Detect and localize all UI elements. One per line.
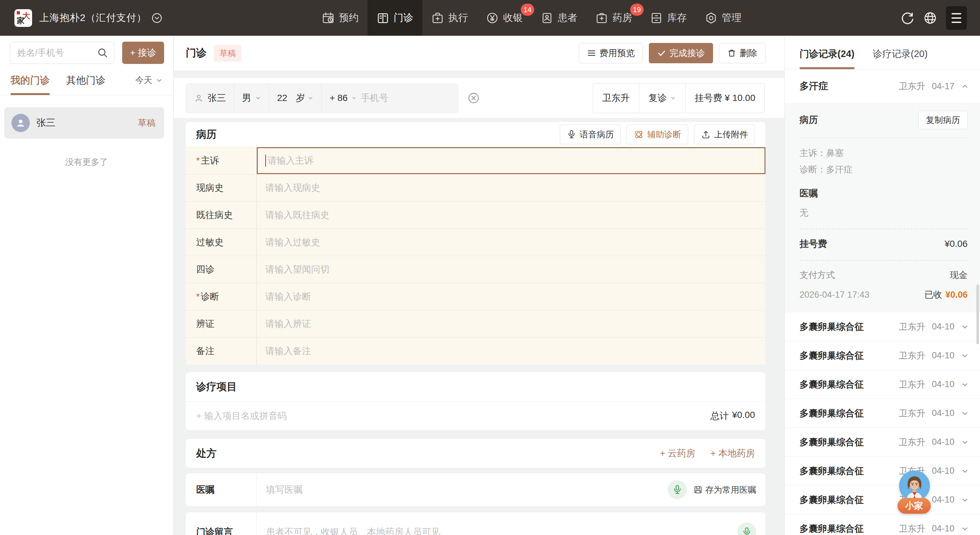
patient-name-field[interactable]: 张三 <box>186 84 234 113</box>
record-title: 多囊卵巢综合征 <box>800 378 864 391</box>
nav-item-label: 患者 <box>558 11 578 25</box>
save-common-advice-button[interactable]: 存为常用医嘱 <box>694 484 756 496</box>
nav-item[interactable]: 执行 <box>422 0 477 36</box>
person-icon <box>194 93 204 103</box>
assistant-avatar[interactable] <box>899 470 930 501</box>
form-row-input[interactable]: 请输入既往病史 <box>257 201 765 228</box>
search-input[interactable]: 姓名/手机号 <box>10 42 114 64</box>
nav-item[interactable]: 管理 <box>696 0 750 36</box>
logo-seal <box>17 11 20 14</box>
age-field[interactable]: 22 岁 <box>269 84 321 113</box>
tab-my-outpatient[interactable]: 我的门诊 <box>11 74 50 95</box>
dashed-divider <box>800 260 967 260</box>
assistant-label[interactable]: 小家 <box>897 498 931 514</box>
assistant-widget[interactable]: 小家 <box>897 470 932 514</box>
nav-item[interactable]: 收银 14 <box>477 0 531 36</box>
collapsed-record-row[interactable]: 多囊卵巢综合征 卫东升 04-10 <box>785 457 980 485</box>
form-row-input[interactable]: 请输入过敏史 <box>257 229 765 256</box>
record-doctor: 卫东升 <box>899 523 925 535</box>
visit-type-select[interactable]: 复诊 <box>640 84 686 113</box>
chevron-down-circle-icon[interactable] <box>151 13 162 24</box>
record-title: 多囊卵巢综合征 <box>800 350 864 362</box>
collapsed-record-row[interactable]: 多囊卵巢综合征 卫东升 04-10 <box>785 514 980 535</box>
form-row: * 主诉 请输入主诉 <box>186 147 765 174</box>
clear-patient-icon[interactable] <box>468 92 480 104</box>
check-icon <box>657 48 666 58</box>
nav-item-label: 门诊 <box>394 11 414 25</box>
voice-input-icon[interactable] <box>737 522 756 535</box>
tab-other-outpatient[interactable]: 其他门诊 <box>66 74 105 95</box>
nav-item[interactable]: 库存 <box>641 0 696 36</box>
app-logo: 大 家 <box>14 9 32 27</box>
menu-icon[interactable] <box>946 6 967 30</box>
upload-attachment-button[interactable]: 上传附件 <box>694 125 755 144</box>
form-row-label: 既往病史 <box>186 201 257 228</box>
record-chief-complaint: 主诉：鼻塞 <box>800 147 967 159</box>
add-cloud-pharmacy-link[interactable]: + 云药房 <box>660 447 695 460</box>
copy-record-button[interactable]: 复制病历 <box>918 111 967 129</box>
fee-preview-button[interactable]: 费用预览 <box>579 43 643 63</box>
globe-icon[interactable] <box>923 11 937 25</box>
record-title: 多囊卵巢综合征 <box>800 494 864 506</box>
nav-item[interactable]: 药房 19 <box>586 0 641 36</box>
pharmacy-icon <box>595 11 608 25</box>
expanded-record-body: 病历 复制病历 主诉：鼻塞 诊断：多汗症 医嘱 无 挂号费 ¥0.06 支付方式… <box>785 103 980 312</box>
form-row-input[interactable]: 请输入现病史 <box>257 174 765 201</box>
assist-diagnosis-button[interactable]: 辅助诊断 <box>627 125 688 144</box>
nav-item[interactable]: 患者 <box>531 0 586 36</box>
tab-outpatient-records[interactable]: 门诊记录(24) <box>800 48 854 69</box>
save-icon <box>694 485 703 494</box>
receive-patient-button[interactable]: + 接诊 <box>122 42 164 64</box>
collapsed-record-row[interactable]: 多囊卵巢综合征 卫东升 04-10 <box>785 485 980 514</box>
record-title: 多囊卵巢综合征 <box>800 321 864 333</box>
patient-name: 张三 <box>37 117 56 129</box>
nav-item[interactable]: 门诊 <box>368 0 422 36</box>
gender-select[interactable]: 男 <box>234 84 269 113</box>
complete-reception-button[interactable]: 完成接诊 <box>649 43 713 63</box>
collapsed-record-row[interactable]: 多囊卵巢综合征 卫东升 04-10 <box>785 399 980 428</box>
form-row-input[interactable]: 请输入主诉 <box>257 147 765 174</box>
voice-input-icon[interactable] <box>668 480 687 499</box>
add-local-pharmacy-link[interactable]: + 本地药房 <box>710 447 755 460</box>
collapsed-record-row[interactable]: 多囊卵巢综合征 卫东升 04-10 <box>785 341 980 370</box>
history-panel: 门诊记录(24) 诊疗记录(20) 多汗症 卫东升 04-17 病历 复制病历 … <box>784 36 980 535</box>
patient-list-item[interactable]: 张三 草稿 <box>4 107 164 139</box>
collapsed-record-row[interactable]: 多囊卵巢综合征 卫东升 04-10 <box>785 428 980 457</box>
received-amount: ¥0.06 <box>945 290 967 300</box>
form-row-label: 过敏史 <box>186 229 257 256</box>
search-icon[interactable] <box>97 47 108 58</box>
registration-fee-field[interactable]: 挂号费 ¥ 10.00 <box>686 84 764 113</box>
form-row: 现病史 请输入现病史 <box>186 174 765 201</box>
avatar <box>11 114 30 132</box>
form-row-input[interactable]: 请输入望闻问切 <box>257 256 765 283</box>
advice-input[interactable]: 填写医嘱 <box>257 473 668 506</box>
record-doctor: 卫东升 <box>899 350 925 362</box>
scrollbar-thumb[interactable] <box>977 284 979 344</box>
form-row-label: * 主诉 <box>186 147 257 174</box>
item-search-input[interactable]: + 输入项目名或拼音码 <box>196 410 286 422</box>
delete-button[interactable]: 删除 <box>719 43 765 63</box>
collapsed-record-row[interactable]: 多囊卵巢综合征 卫东升 04-10 <box>785 312 980 341</box>
form-row-input[interactable]: 请输入诊断 <box>257 283 765 310</box>
message-input[interactable]: 患者不可见，收银人员、本地药房人员可见 <box>257 513 737 535</box>
expanded-record-header[interactable]: 多汗症 卫东升 04-17 <box>785 70 980 103</box>
nav-item[interactable]: 预约 <box>313 0 368 36</box>
form-row-input[interactable]: 请输入备注 <box>257 338 765 364</box>
date-filter-dropdown[interactable]: 今天 <box>135 74 163 95</box>
record-title: 多汗症 <box>800 80 828 93</box>
phone-field[interactable]: + 86 手机号 <box>321 84 458 113</box>
tab-treatment-records[interactable]: 诊疗记录(20) <box>873 48 928 69</box>
collapsed-record-row[interactable]: 多囊卵巢综合征 卫东升 04-10 <box>785 370 980 399</box>
record-title: 多囊卵巢综合征 <box>800 522 864 535</box>
voice-record-button[interactable]: 语音病历 <box>560 125 621 144</box>
form-row-input[interactable]: 请输入辨证 <box>257 310 765 337</box>
message-label: 门诊留言 <box>186 513 257 535</box>
refresh-icon[interactable] <box>901 11 915 25</box>
received-label: 已收 <box>924 289 942 300</box>
doctor-select[interactable]: 卫东升 <box>593 84 640 113</box>
nav-item-label: 库存 <box>667 11 687 25</box>
record-doctor: 卫东升 <box>899 407 925 419</box>
form-row-label: 辨证 <box>186 310 257 337</box>
dashed-divider <box>800 228 967 229</box>
clinic-switcher[interactable]: 上海抱朴2（汇付支付） <box>39 11 162 25</box>
